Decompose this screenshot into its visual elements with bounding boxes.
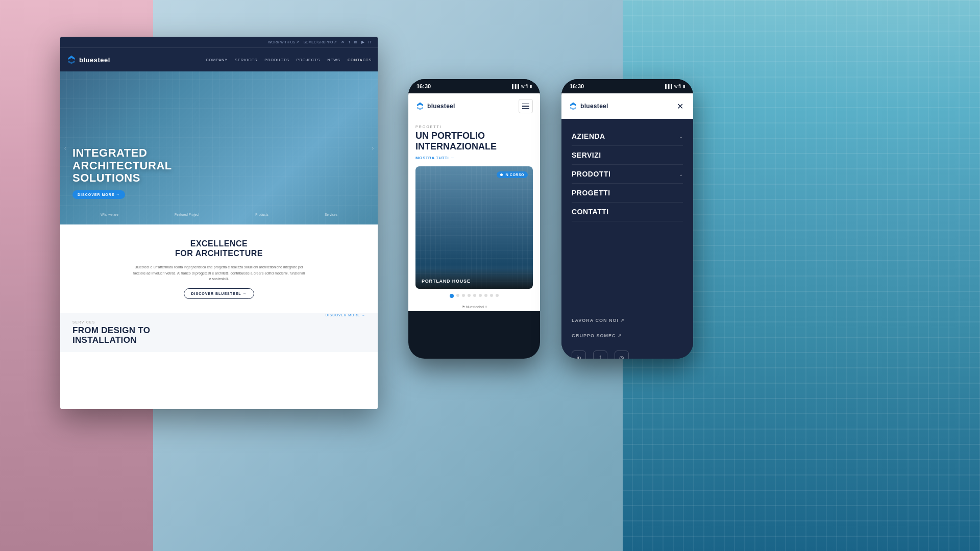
nav-projects[interactable]: PROJECTS xyxy=(297,58,320,62)
desktop-hero-nav: Who we are Featured Project Products Ser… xyxy=(60,213,378,216)
mobile-projects-title: UN PORTFOLIO INTERNAZIONALE xyxy=(408,131,540,152)
lang-selector[interactable]: IT xyxy=(369,40,372,44)
mobile-content-1: PROGETTI UN PORTFOLIO INTERNAZIONALE MOS… xyxy=(408,119,540,311)
mobile-logo-1[interactable]: bluesteel xyxy=(415,102,455,111)
mobile-menu-item-progetti[interactable]: PROGETTI xyxy=(572,184,683,203)
mobile-menu-overlay: bluesteel ✕ AZIENDA ⌄ SERVIZI PRODOTTI ⌄… xyxy=(561,93,693,359)
somec-link[interactable]: SOMEC GRUPPO ↗ xyxy=(303,40,337,44)
facebook-icon-mobile[interactable]: f xyxy=(593,350,607,359)
hero-nav-services[interactable]: Services xyxy=(325,213,337,216)
desktop-excellence: EXCELLENCE FOR ARCHITECTURE Bluesteel è … xyxy=(60,224,378,313)
nav-company[interactable]: COMPANY xyxy=(206,58,228,62)
mobile-dot[interactable] xyxy=(490,294,493,297)
twitter-icon[interactable]: ✕ xyxy=(341,40,345,44)
mobile-dot-active[interactable] xyxy=(450,294,454,298)
mobile-hamburger-1[interactable] xyxy=(519,99,533,113)
desktop-top-bar: WORK WITH US ↗ SOMEC GRUPPO ↗ ✕ f in ▶ I… xyxy=(60,37,378,48)
mobile-menu-secondary: LAVORA CON NOI ↗ GRUPPO SOMEC ↗ xyxy=(561,306,693,342)
hero-nav-products[interactable]: Products xyxy=(255,213,268,216)
chevron-down-icon: ⌄ xyxy=(679,134,683,139)
mobile-logo-2[interactable]: bluesteel xyxy=(569,102,608,111)
desktop-excellence-title: EXCELLENCE FOR ARCHITECTURE xyxy=(72,239,365,258)
chevron-down-icon-2: ⌄ xyxy=(679,171,683,177)
logo-icon xyxy=(66,55,77,65)
desktop-services-title: FROM DESIGN TO INSTALLATION xyxy=(72,326,365,345)
desktop-services-label: SERVICES xyxy=(72,320,365,324)
desktop-nav-bar: bluesteel COMPANY SERVICES PRODUCTS PROJ… xyxy=(60,48,378,71)
mobile-mockup-1: 16:30 ▐▐▐ wifi ▮ bluesteel PROGETTI UN P… xyxy=(408,79,540,359)
desktop-excellence-text: Bluesteel è un'affermata realtà ingegner… xyxy=(132,264,306,282)
linkedin-icon-mobile[interactable]: in xyxy=(572,350,586,359)
signal-icon-2: ▐▐▐ xyxy=(664,84,672,89)
mobile-project-label: PORTLAND HOUSE xyxy=(415,268,533,289)
mobile-menu-close[interactable]: ✕ xyxy=(674,100,686,112)
desktop-hero: ‹ › INTEGRATED ARCHITECTURAL SOLUTIONS D… xyxy=(60,71,378,224)
desktop-services-discover[interactable]: DISCOVER MORE → xyxy=(325,313,365,317)
desktop-services: DISCOVER MORE → SERVICES FROM DESIGN TO … xyxy=(60,313,378,352)
mobile-dot[interactable] xyxy=(473,294,476,297)
mobile-menu-item-azienda[interactable]: AZIENDA ⌄ xyxy=(572,127,683,146)
nav-products[interactable]: PRODUCTS xyxy=(264,58,289,62)
mobile-status-bar-1: 16:30 ▐▐▐ wifi ▮ xyxy=(408,79,540,93)
nav-news[interactable]: NEWS xyxy=(327,58,340,62)
mobile-logo-text-1: bluesteel xyxy=(427,103,455,110)
mobile-status-bar-2: 16:30 ▐▐▐ wifi ▮ xyxy=(561,79,693,93)
desktop-hero-title: INTEGRATED ARCHITECTURAL SOLUTIONS xyxy=(72,147,172,184)
mobile-status-icons-2: ▐▐▐ wifi ▮ xyxy=(664,84,685,89)
mobile-logo-icon-1 xyxy=(415,102,425,111)
desktop-logo-text: bluesteel xyxy=(79,56,110,64)
mobile-dot[interactable] xyxy=(496,294,499,297)
mobile-project-image: IN CORSO PORTLAND HOUSE xyxy=(415,166,533,289)
mobile-time-1: 16:30 xyxy=(416,83,431,89)
mobile-menu-header: bluesteel ✕ xyxy=(561,93,693,119)
battery-icon-2: ▮ xyxy=(683,84,685,89)
desktop-nav-links: COMPANY SERVICES PRODUCTS PROJECTS NEWS … xyxy=(206,58,372,62)
mobile-menu-item-prodotti[interactable]: PRODOTTI ⌄ xyxy=(572,165,683,184)
desktop-hero-content: INTEGRATED ARCHITECTURAL SOLUTIONS DISCO… xyxy=(72,147,172,199)
mobile-dot[interactable] xyxy=(484,294,487,297)
desktop-logo[interactable]: bluesteel xyxy=(66,55,110,65)
instagram-icon-mobile[interactable]: ◎ xyxy=(615,350,629,359)
battery-icon: ▮ xyxy=(530,84,532,89)
desktop-header: WORK WITH US ↗ SOMEC GRUPPO ↗ ✕ f in ▶ I… xyxy=(60,37,378,71)
hamburger-line xyxy=(522,104,529,105)
mobile-menu-items: AZIENDA ⌄ SERVIZI PRODOTTI ⌄ PROGETTI CO… xyxy=(561,119,693,306)
nav-services[interactable]: SERVICES xyxy=(235,58,257,62)
mobile-menu-item-servizi[interactable]: SERVIZI xyxy=(572,146,683,165)
mobile-show-all[interactable]: MOSTRA TUTTI → xyxy=(408,152,540,166)
mobile-menu-social: in f ◎ xyxy=(561,342,693,359)
nav-contacts[interactable]: CONTACTS xyxy=(348,58,372,62)
signal-icon: ▐▐▐ xyxy=(510,84,519,89)
wifi-icon-2: wifi xyxy=(674,84,681,89)
mobile-footer-url: ⚑ bluesteelsrl.it xyxy=(408,303,540,311)
work-with-us-link[interactable]: WORK WITH US ↗ xyxy=(268,40,299,44)
mobile-logo-icon-2 xyxy=(569,102,578,111)
mobile-dot[interactable] xyxy=(468,294,471,297)
mobile-dot[interactable] xyxy=(456,294,459,297)
mobile-projects-label: PROGETTI xyxy=(408,119,540,131)
mobile-in-corso-badge: IN CORSO xyxy=(497,171,528,178)
hero-nav-who[interactable]: Who we are xyxy=(101,213,118,216)
mobile-logo-text-2: bluesteel xyxy=(580,103,608,110)
facebook-icon[interactable]: f xyxy=(349,40,350,44)
wifi-icon: wifi xyxy=(521,84,528,89)
mobile-menu-item-contatti[interactable]: CONTATTI xyxy=(572,203,683,221)
youtube-icon[interactable]: ▶ xyxy=(361,40,364,44)
mobile-menu-gruppo[interactable]: GRUPPO SOMEC ↗ xyxy=(572,327,683,342)
hero-nav-project[interactable]: Featured Project xyxy=(175,213,199,216)
mobile-dot[interactable] xyxy=(462,294,465,297)
mobile-status-icons-1: ▐▐▐ wifi ▮ xyxy=(510,84,532,89)
desktop-hero-cta[interactable]: DISCOVER MORE → xyxy=(72,190,125,199)
hamburger-line xyxy=(522,106,529,107)
mobile-menu-lavora[interactable]: LAVORA CON NOI ↗ xyxy=(572,312,683,327)
linkedin-icon[interactable]: in xyxy=(354,40,357,44)
hamburger-line xyxy=(522,108,529,109)
mobile-dot[interactable] xyxy=(479,294,482,297)
desktop-mockup: WORK WITH US ↗ SOMEC GRUPPO ↗ ✕ f in ▶ I… xyxy=(60,37,378,409)
hero-arrow-right[interactable]: › xyxy=(372,145,374,151)
desktop-excellence-cta[interactable]: DISCOVER BLUESTEEL → xyxy=(184,288,255,299)
mobile-header-1: bluesteel xyxy=(408,93,540,119)
mobile-time-2: 16:30 xyxy=(570,83,584,89)
mobile-dots xyxy=(408,289,540,303)
hero-arrow-left[interactable]: ‹ xyxy=(64,145,66,151)
